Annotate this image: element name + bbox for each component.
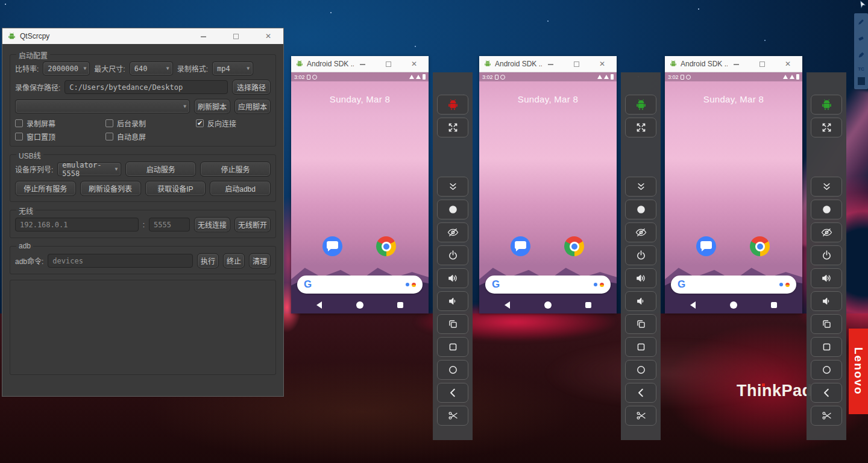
record-path-input[interactable]: C:/Users/bytedance/Desktop bbox=[64, 80, 228, 94]
touch-button[interactable] bbox=[811, 200, 842, 219]
wireless-disconnect-button[interactable]: 无线断开 bbox=[234, 217, 271, 232]
nav-recent-button[interactable] bbox=[771, 302, 777, 308]
checkbox-auto-screen-off[interactable]: 自动息屏 bbox=[105, 131, 196, 142]
log-output-area[interactable] bbox=[10, 280, 276, 375]
menu-button[interactable] bbox=[625, 337, 656, 357]
touch-button[interactable] bbox=[625, 200, 656, 219]
eraser-icon[interactable] bbox=[857, 34, 865, 45]
menu-button[interactable] bbox=[437, 337, 468, 357]
group-control-button[interactable] bbox=[625, 95, 656, 115]
pen-icon[interactable] bbox=[857, 17, 865, 28]
rect-tool-icon[interactable] bbox=[858, 77, 865, 85]
annotation-toolbar[interactable]: TC bbox=[854, 13, 868, 89]
power-button[interactable] bbox=[437, 245, 468, 265]
refresh-script-button[interactable]: 刷新脚本 bbox=[194, 99, 230, 114]
nav-back-button[interactable] bbox=[690, 301, 696, 309]
device-serial-combobox[interactable]: emulator-5558 ▼ bbox=[57, 162, 121, 176]
app-switch-button[interactable] bbox=[625, 314, 656, 334]
android-window-titlebar[interactable]: Android SDK ... ✕ bbox=[479, 56, 617, 72]
script-combobox[interactable]: ▼ bbox=[15, 99, 190, 113]
close-button[interactable]: ✕ bbox=[263, 32, 274, 40]
checkbox-window-on-top[interactable]: 窗口置顶 bbox=[15, 131, 105, 142]
checkbox-background-record[interactable]: 后台录制 bbox=[105, 118, 196, 128]
get-device-ip-button[interactable]: 获取设备IP bbox=[145, 181, 206, 196]
minimize-button[interactable] bbox=[731, 60, 741, 68]
nav-home-button[interactable] bbox=[730, 301, 737, 309]
format-combobox[interactable]: mp4 ▼ bbox=[212, 61, 253, 75]
stop-all-services-button[interactable]: 停止所有服务 bbox=[15, 181, 76, 196]
stop-service-button[interactable]: 停止服务 bbox=[200, 162, 271, 177]
messages-app-icon[interactable] bbox=[511, 236, 530, 256]
messages-app-icon[interactable] bbox=[696, 236, 716, 256]
wireless-port-input[interactable]: 5555 bbox=[149, 218, 190, 232]
power-button[interactable] bbox=[811, 245, 842, 265]
android-screen[interactable]: 3:02 Sunday, Mar 8 G bbox=[665, 72, 802, 313]
minimize-button[interactable] bbox=[357, 60, 368, 68]
menu-button[interactable] bbox=[811, 337, 842, 357]
android-screen[interactable]: 3:02 Sunday, Mar 8 G bbox=[479, 72, 617, 313]
home-button[interactable] bbox=[437, 360, 468, 380]
expand-notification-button[interactable] bbox=[437, 177, 468, 197]
maximize-button[interactable] bbox=[383, 60, 394, 68]
maximize-button[interactable] bbox=[230, 32, 241, 40]
checkbox-record-screen[interactable]: 录制屏幕 bbox=[15, 118, 105, 128]
messages-app-icon[interactable] bbox=[322, 236, 342, 256]
qtscrcpy-titlebar[interactable]: QtScrcpy ✕ bbox=[2, 28, 283, 44]
group-control-button[interactable] bbox=[811, 95, 842, 115]
select-path-button[interactable]: 选择路径 bbox=[232, 80, 271, 95]
fullscreen-button[interactable] bbox=[625, 118, 656, 137]
chrome-app-icon[interactable] bbox=[750, 236, 770, 256]
terminate-button[interactable]: 终止 bbox=[223, 253, 245, 268]
power-button[interactable] bbox=[625, 245, 656, 265]
minimize-button[interactable] bbox=[198, 32, 209, 40]
screen-off-button[interactable] bbox=[437, 222, 468, 242]
volume-up-button[interactable] bbox=[811, 268, 842, 288]
maxsize-combobox[interactable]: 640 ▼ bbox=[130, 61, 173, 75]
back-button[interactable] bbox=[437, 383, 468, 403]
expand-notification-button[interactable] bbox=[811, 177, 842, 197]
nav-home-button[interactable] bbox=[356, 301, 363, 309]
volume-up-button[interactable] bbox=[437, 268, 468, 288]
screenshot-button[interactable] bbox=[811, 406, 842, 426]
app-switch-button[interactable] bbox=[811, 314, 842, 334]
wireless-ip-input[interactable]: 192.168.0.1 bbox=[15, 218, 139, 232]
expand-notification-button[interactable] bbox=[625, 177, 656, 197]
volume-up-button[interactable] bbox=[625, 268, 656, 288]
nav-back-button[interactable] bbox=[316, 301, 322, 309]
screen-off-button[interactable] bbox=[625, 222, 656, 242]
mic-icon[interactable] bbox=[412, 283, 416, 287]
nav-back-button[interactable] bbox=[505, 301, 510, 309]
home-button[interactable] bbox=[811, 360, 842, 380]
android-screen[interactable]: 3:02 Sunday, Mar 8 G bbox=[291, 72, 429, 313]
start-service-button[interactable]: 启动服务 bbox=[125, 162, 196, 177]
back-button[interactable] bbox=[811, 383, 842, 403]
android-window-titlebar[interactable]: Android SDK ... ✕ bbox=[291, 56, 429, 72]
start-adbd-button[interactable]: 启动adbd bbox=[210, 181, 271, 196]
chrome-app-icon[interactable] bbox=[564, 236, 584, 256]
chrome-app-icon[interactable] bbox=[376, 236, 396, 256]
text-tool[interactable]: TC bbox=[858, 66, 864, 72]
google-search-bar[interactable]: G bbox=[671, 276, 796, 294]
android-window-titlebar[interactable]: Android SDK ... ✕ bbox=[665, 56, 802, 72]
app-switch-button[interactable] bbox=[437, 314, 468, 334]
checkbox-reverse-connection[interactable]: ✔ 反向连接 bbox=[196, 118, 271, 128]
clear-button[interactable]: 清理 bbox=[249, 253, 271, 268]
mic-icon[interactable] bbox=[600, 283, 604, 287]
touch-button[interactable] bbox=[437, 200, 468, 219]
group-control-button[interactable] bbox=[437, 95, 468, 115]
volume-down-button[interactable] bbox=[625, 291, 656, 311]
screenshot-button[interactable] bbox=[625, 406, 656, 426]
maximize-button[interactable] bbox=[571, 60, 582, 68]
close-button[interactable]: ✕ bbox=[409, 60, 420, 68]
nav-recent-button[interactable] bbox=[585, 302, 591, 308]
execute-button[interactable]: 执行 bbox=[197, 253, 219, 268]
fullscreen-button[interactable] bbox=[437, 118, 468, 137]
adb-command-input[interactable]: devices bbox=[48, 254, 193, 268]
home-button[interactable] bbox=[625, 360, 656, 380]
wireless-connect-button[interactable]: 无线连接 bbox=[194, 217, 230, 232]
nav-home-button[interactable] bbox=[544, 301, 552, 309]
google-search-bar[interactable]: G bbox=[297, 276, 423, 294]
fullscreen-button[interactable] bbox=[811, 118, 842, 137]
screen-off-button[interactable] bbox=[811, 222, 842, 242]
volume-down-button[interactable] bbox=[437, 291, 468, 311]
